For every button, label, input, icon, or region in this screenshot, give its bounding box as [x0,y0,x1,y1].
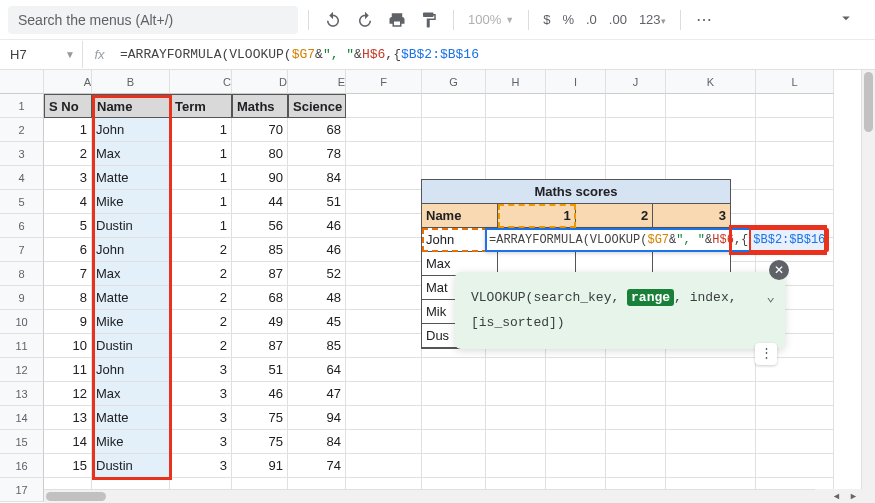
cell[interactable] [422,430,486,454]
cell[interactable]: 1 [170,190,232,214]
cell[interactable]: 9 [44,310,92,334]
cell[interactable] [756,166,834,190]
cell[interactable] [666,94,756,118]
cell[interactable] [756,142,834,166]
cell[interactable] [756,430,834,454]
cell[interactable]: 74 [288,454,346,478]
cell-header[interactable]: Science [288,94,346,118]
cell[interactable] [756,382,834,406]
cell[interactable]: 6 [44,238,92,262]
cell-header[interactable]: Maths [232,94,288,118]
row-number[interactable]: 16 [0,454,44,478]
paint-format-button[interactable] [415,6,443,34]
cell[interactable]: 75 [232,406,288,430]
col-header-D[interactable]: D [232,70,288,94]
cell[interactable] [606,382,666,406]
formula-input[interactable]: =ARRAYFORMULA(VLOOKUP($G7&", "&H$6,{$B$2… [116,47,479,62]
cell[interactable] [346,94,422,118]
row-number[interactable]: 17 [0,478,44,502]
cell[interactable] [346,286,422,310]
cell-header[interactable]: Term [170,94,232,118]
cell[interactable]: 78 [288,142,346,166]
percent-button[interactable]: % [558,12,578,27]
col-header-F[interactable]: F [346,70,422,94]
row-number[interactable]: 13 [0,382,44,406]
more-icon[interactable]: ⋮ [755,343,777,365]
col-header-E[interactable]: E [288,70,346,94]
cell[interactable]: Dustin [92,334,170,358]
cell[interactable] [346,190,422,214]
cell[interactable]: John [92,118,170,142]
cell[interactable] [346,142,422,166]
cell[interactable]: 84 [288,166,346,190]
cell[interactable] [546,118,606,142]
cell[interactable] [486,382,546,406]
cell[interactable]: 3 [170,382,232,406]
cell[interactable] [346,454,422,478]
cell[interactable]: 56 [232,214,288,238]
cell[interactable]: 3 [170,406,232,430]
cell[interactable] [346,430,422,454]
decrease-decimal-button[interactable]: .0 [582,12,601,27]
cell[interactable] [546,94,606,118]
cell[interactable] [486,358,546,382]
cell[interactable]: 1 [170,214,232,238]
col-header-K[interactable]: K [666,70,756,94]
col-header-B[interactable]: B [92,70,170,94]
cell[interactable]: 51 [288,190,346,214]
cell[interactable]: 10 [44,334,92,358]
cell[interactable]: 5 [44,214,92,238]
cell[interactable]: 80 [232,142,288,166]
scrollbar-thumb[interactable] [46,492,106,501]
cell[interactable] [666,430,756,454]
cell[interactable]: Matte [92,166,170,190]
cell[interactable]: 85 [288,334,346,358]
cell[interactable]: John [92,358,170,382]
redo-button[interactable] [351,6,379,34]
cell[interactable]: 49 [232,310,288,334]
cell[interactable]: 14 [44,430,92,454]
cell[interactable]: 2 [170,238,232,262]
cell[interactable]: 1 [44,118,92,142]
cell[interactable] [666,118,756,142]
number-format-dropdown[interactable]: 123▾ [635,12,670,27]
cell[interactable] [666,454,756,478]
chevron-down-icon[interactable]: ⌄ [767,284,775,311]
currency-button[interactable]: $ [539,12,554,27]
row-number[interactable]: 1 [0,94,44,118]
horizontal-scrollbar[interactable] [44,489,861,503]
row-number[interactable]: 5 [0,190,44,214]
cell[interactable]: 68 [232,286,288,310]
cell[interactable]: 7 [44,262,92,286]
cell[interactable]: Max [92,142,170,166]
col-header-J[interactable]: J [606,70,666,94]
cell[interactable]: 2 [170,286,232,310]
cell[interactable]: 68 [288,118,346,142]
cell[interactable] [546,430,606,454]
cell[interactable]: 4 [44,190,92,214]
row-number[interactable]: 8 [0,262,44,286]
cell[interactable]: 64 [288,358,346,382]
cell[interactable] [486,118,546,142]
cell[interactable]: 3 [170,430,232,454]
cell[interactable]: 15 [44,454,92,478]
col-header-I[interactable]: I [546,70,606,94]
cell[interactable]: 3 [170,454,232,478]
close-icon[interactable]: ✕ [769,260,789,280]
cell[interactable]: 90 [232,166,288,190]
cell[interactable] [346,310,422,334]
cell[interactable]: 52 [288,262,346,286]
cell[interactable]: 2 [170,262,232,286]
cell[interactable]: 1 [170,166,232,190]
cell[interactable] [422,94,486,118]
row-number[interactable]: 4 [0,166,44,190]
cell[interactable]: Matte [92,286,170,310]
cell[interactable]: 45 [288,310,346,334]
more-tools-button[interactable]: ⋯ [691,6,719,34]
search-menus-input[interactable]: Search the menus (Alt+/) [8,6,298,34]
increase-decimal-button[interactable]: .00 [605,12,631,27]
cell[interactable] [346,166,422,190]
cell[interactable]: 87 [232,262,288,286]
cell[interactable] [422,454,486,478]
cell[interactable] [606,430,666,454]
